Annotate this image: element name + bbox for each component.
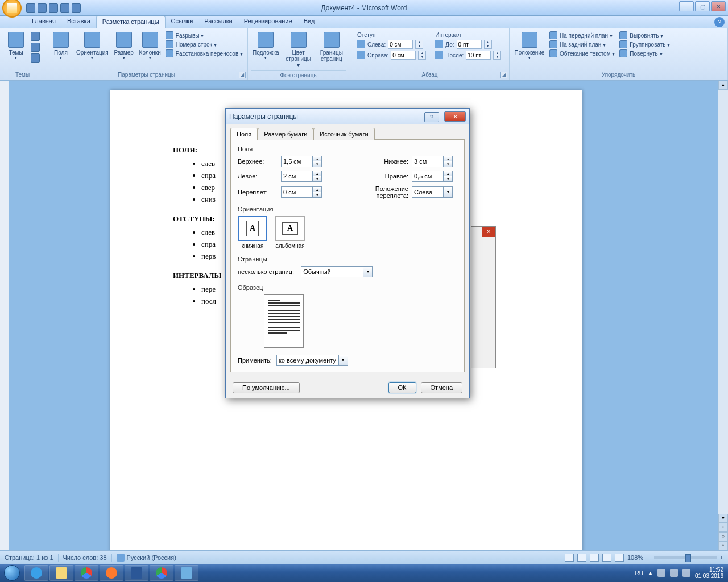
- columns-button[interactable]: Колонки▾: [138, 30, 162, 70]
- qat-icon[interactable]: [60, 3, 69, 13]
- tray-flag-icon[interactable]: [657, 569, 665, 577]
- zoom-in-button[interactable]: +: [720, 554, 723, 561]
- tray-language[interactable]: RU: [635, 570, 643, 576]
- right-margin-input[interactable]: [412, 171, 444, 182]
- tab-references[interactable]: Ссылки: [166, 16, 199, 28]
- tab-review[interactable]: Рецензирование: [238, 16, 298, 28]
- office-button[interactable]: [2, 0, 22, 18]
- outline-view-icon[interactable]: [602, 554, 611, 562]
- spinner[interactable]: ▴▾: [418, 51, 426, 60]
- position-button[interactable]: Положение▾: [513, 30, 546, 70]
- tray-network-icon[interactable]: [670, 569, 678, 577]
- taskbar-media-icon[interactable]: [100, 565, 123, 581]
- tray-clock[interactable]: 11:52 01.03.2016: [695, 567, 723, 579]
- taskbar-ie-icon[interactable]: [24, 565, 48, 581]
- taskbar-chrome-icon[interactable]: [150, 565, 173, 581]
- web-layout-view-icon[interactable]: [590, 554, 599, 562]
- send-back-button[interactable]: На задний план ▾: [549, 40, 615, 48]
- rotate-button[interactable]: Повернуть ▾: [619, 49, 670, 57]
- gutter-input[interactable]: [281, 186, 313, 198]
- spacing-after-input[interactable]: [466, 51, 491, 60]
- language-status[interactable]: Русский (Россия): [127, 554, 176, 561]
- maximize-button[interactable]: ▢: [695, 1, 710, 11]
- tab-view[interactable]: Вид: [298, 16, 321, 28]
- spacing-before-input[interactable]: [457, 40, 482, 49]
- browse-object-icon[interactable]: ○: [718, 532, 728, 541]
- watermark-button[interactable]: Подложка▾: [251, 30, 280, 70]
- redo-icon[interactable]: [49, 3, 58, 13]
- tab-insert[interactable]: Вставка: [61, 16, 96, 28]
- tray-show-hidden-icon[interactable]: ▲: [648, 570, 653, 576]
- spellcheck-icon[interactable]: [117, 554, 125, 562]
- word-count[interactable]: Число слов: 38: [63, 554, 107, 561]
- page-color-button[interactable]: Цвет страницы ▾: [283, 30, 315, 70]
- spinner[interactable]: ▴▾: [313, 156, 322, 167]
- bottom-margin-input[interactable]: [412, 156, 444, 167]
- theme-fonts-icon[interactable]: [31, 43, 40, 52]
- dialog-tab-paper[interactable]: Размер бумаги: [258, 128, 313, 140]
- ok-button[interactable]: ОК: [388, 382, 416, 393]
- align-button[interactable]: Выровнять ▾: [619, 31, 670, 39]
- page-count[interactable]: Страница: 1 из 1: [5, 554, 53, 561]
- spinner[interactable]: ▴▾: [313, 171, 322, 182]
- zoom-slider[interactable]: [654, 556, 717, 559]
- zoom-out-button[interactable]: −: [647, 554, 650, 561]
- taskbar-explorer-icon[interactable]: [49, 565, 73, 581]
- spinner[interactable]: ▴▾: [313, 186, 322, 198]
- dropdown-icon[interactable]: ▾: [444, 186, 453, 198]
- next-page-icon[interactable]: ◦: [718, 541, 728, 550]
- dialog-help-button[interactable]: ?: [424, 112, 439, 122]
- taskbar-word-icon[interactable]: [125, 565, 148, 581]
- spinner[interactable]: ▴▾: [444, 156, 453, 167]
- save-icon[interactable]: [26, 3, 35, 13]
- gutter-pos-select[interactable]: [412, 186, 444, 198]
- group-button[interactable]: Группировать ▾: [619, 40, 670, 48]
- print-layout-view-icon[interactable]: [565, 554, 574, 562]
- spinner[interactable]: ▴▾: [415, 40, 423, 49]
- undo-icon[interactable]: [38, 3, 47, 13]
- indent-right-input[interactable]: [391, 51, 416, 60]
- theme-effects-icon[interactable]: [31, 53, 40, 63]
- dialog-launcher-icon[interactable]: ◢: [500, 72, 507, 78]
- spinner[interactable]: ▴▾: [493, 51, 501, 60]
- full-screen-view-icon[interactable]: [577, 554, 586, 562]
- vertical-scrollbar[interactable]: ▲ ▼ ◦ ○ ◦: [718, 81, 728, 550]
- page-borders-button[interactable]: Границы страниц: [317, 30, 346, 70]
- line-numbers-button[interactable]: Номера строк ▾: [166, 40, 243, 48]
- hyphenation-button[interactable]: Расстановка переносов ▾: [166, 49, 243, 57]
- top-margin-input[interactable]: [281, 156, 313, 167]
- draft-view-icon[interactable]: [615, 554, 624, 562]
- dropdown-icon[interactable]: ▾: [339, 355, 348, 366]
- text-wrap-button[interactable]: Обтекание текстом ▾: [549, 49, 615, 57]
- themes-button[interactable]: Темы▾: [3, 30, 28, 70]
- taskbar-app-icon[interactable]: [175, 565, 198, 581]
- bring-front-button[interactable]: На передний план ▾: [549, 31, 615, 39]
- taskbar-chrome-icon[interactable]: [75, 565, 98, 581]
- close-button[interactable]: ✕: [711, 1, 726, 11]
- close-icon[interactable]: ✕: [482, 227, 495, 237]
- default-button[interactable]: По умолчанию...: [233, 382, 300, 393]
- prev-page-icon[interactable]: ◦: [718, 523, 728, 532]
- dialog-launcher-icon[interactable]: ◢: [239, 72, 246, 78]
- left-margin-input[interactable]: [281, 171, 313, 182]
- orientation-button[interactable]: Ориентация▾: [75, 30, 110, 70]
- zoom-level[interactable]: 108%: [627, 554, 643, 561]
- orientation-portrait[interactable]: Aкнижная: [238, 216, 267, 249]
- tray-volume-icon[interactable]: [682, 569, 690, 577]
- tab-home[interactable]: Главная: [26, 16, 61, 28]
- start-button[interactable]: [0, 564, 24, 582]
- cancel-button[interactable]: Отмена: [421, 382, 462, 393]
- tab-mailings[interactable]: Рассылки: [198, 16, 238, 28]
- orientation-landscape[interactable]: Aальбомная: [275, 216, 305, 249]
- spinner[interactable]: ▴▾: [444, 171, 453, 182]
- breaks-button[interactable]: Разрывы ▾: [166, 31, 243, 39]
- theme-colors-icon[interactable]: [31, 32, 40, 41]
- scroll-up-icon[interactable]: ▲: [718, 81, 728, 90]
- multiple-pages-select[interactable]: [301, 266, 363, 277]
- dialog-close-button[interactable]: ✕: [444, 111, 466, 122]
- dropdown-icon[interactable]: ▾: [363, 266, 373, 277]
- tab-page-layout[interactable]: Разметка страницы: [96, 16, 166, 28]
- scroll-down-icon[interactable]: ▼: [718, 514, 728, 523]
- dialog-titlebar[interactable]: Параметры страницы ? ✕: [226, 109, 469, 124]
- qat-icon[interactable]: [72, 3, 81, 13]
